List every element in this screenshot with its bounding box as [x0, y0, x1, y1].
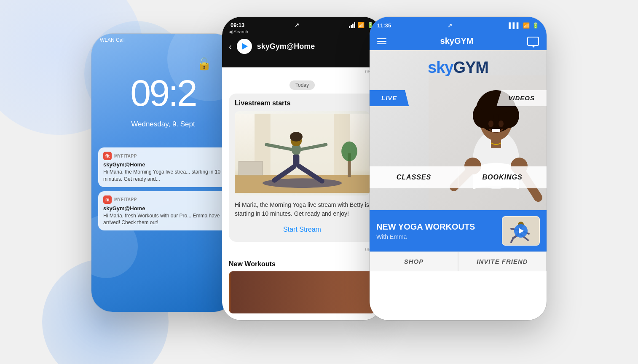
signal-icon: [349, 22, 355, 28]
phones-container: WLAN Call 🔓 09:2 Wednesday, 9. Sept fit …: [0, 0, 638, 364]
notif-2-title: skyGym@Home: [103, 205, 223, 211]
livestream-bubble[interactable]: Livestream starts: [229, 94, 375, 242]
shop-label: SHOP: [404, 258, 424, 265]
phone2-status-bar: 09:13 ↗ 📶 🔋: [222, 17, 382, 28]
bookings-tab[interactable]: BOOKINGS: [458, 166, 547, 188]
phone1-status-bar: WLAN Call: [100, 37, 226, 43]
svg-rect-16: [239, 161, 262, 175]
phone-2-chat: 09:13 ↗ 📶 🔋 ◀ Search ‹: [222, 17, 382, 320]
new-yoga-text: NEW YOGA WORKOUTS With Emma: [376, 222, 502, 240]
play-icon: [242, 43, 248, 50]
phone1-notifications: fit MYFITAPP skyGym@Home Hi Maria, the M…: [98, 147, 228, 230]
invite-friend-button[interactable]: INVITE FRIEND: [458, 252, 547, 271]
top-timestamp: 08:...: [222, 67, 382, 76]
notif-2-header: fit MYFITAPP: [103, 195, 223, 204]
date-label: Today: [290, 80, 315, 90]
phone2-nav: ‹ skyGym@Home: [222, 35, 382, 57]
live-tab-label: LIVE: [381, 94, 397, 102]
notification-2[interactable]: fit MYFITAPP skyGym@Home Hi Maria, fresh…: [98, 191, 228, 231]
messages-button[interactable]: [527, 37, 539, 46]
invite-label: INVITE FRIEND: [477, 258, 528, 265]
svg-rect-28: [492, 129, 500, 132]
phone2-location: ↗: [295, 22, 299, 28]
svg-point-26: [488, 120, 493, 127]
classes-tab[interactable]: CLASSES: [370, 166, 458, 188]
videos-tab-label: VIDEOS: [508, 94, 535, 102]
thumb-play-button[interactable]: [514, 224, 528, 238]
back-button[interactable]: ‹: [229, 42, 232, 51]
skygym-logo: skyGYM: [370, 59, 547, 77]
lock-icon: 🔓: [197, 57, 212, 71]
play-button[interactable]: [237, 39, 252, 54]
phone3-battery-icon: 🔋: [532, 22, 539, 29]
classes-tab-label: CLASSES: [397, 174, 432, 181]
phone-1-lockscreen: WLAN Call 🔓 09:2 Wednesday, 9. Sept fit …: [91, 34, 235, 312]
chat-body: Hi Maria, the Morning Yoga live stream w…: [235, 201, 370, 218]
phone-3-skygym: 11:35 ↗ ▌▌▌ 📶 🔋 skyGYM skyGYM: [370, 17, 547, 320]
svg-point-27: [499, 120, 504, 127]
logo-gym: GYM: [453, 59, 488, 76]
new-yoga-subtitle: With Emma: [376, 233, 502, 240]
phone3-header: skyGYM: [370, 34, 547, 50]
phone3-bottom-nav: SHOP INVITE FRIEND: [370, 252, 547, 271]
logo-sky: sky: [428, 59, 453, 76]
workout-svg: [229, 271, 375, 313]
wifi-icon: 📶: [358, 22, 365, 28]
phone1-time: 09:2: [91, 72, 235, 115]
phone2-content: 08:... Today Livestream starts: [222, 67, 382, 313]
svg-rect-17: [231, 271, 374, 313]
notif-2-body: Hi Maria, fresh Workouts with our Pro...…: [103, 212, 223, 227]
yoga-svg: [235, 111, 370, 195]
new-workouts-title: New Workouts: [222, 255, 382, 271]
phone2-top-bar: 09:13 ↗ 📶 🔋 ◀ Search ‹: [222, 17, 382, 67]
classes-bookings-tabs: CLASSES BOOKINGS: [370, 166, 547, 210]
phone1-wlan-label: WLAN Call: [100, 37, 125, 43]
notif-1-title: skyGym@Home: [103, 161, 223, 168]
menu-line-3: [377, 43, 386, 44]
menu-button[interactable]: [377, 38, 386, 44]
notif-2-app-icon: fit: [103, 195, 112, 204]
notification-1[interactable]: fit MYFITAPP skyGym@Home Hi Maria, the M…: [98, 147, 228, 187]
phone1-date: Wednesday, 9. Sept: [91, 120, 235, 128]
phone3-location-icon: ↗: [448, 22, 452, 29]
new-yoga-section: NEW YOGA WORKOUTS With Emma: [370, 210, 547, 252]
header-app-name: skyGYM: [440, 36, 474, 46]
phone3-time: 11:35: [377, 22, 391, 29]
livestream-title: Livestream starts: [235, 99, 370, 107]
back-arrow-small: ◀: [229, 29, 233, 34]
phone3-status-bar: 11:35 ↗ ▌▌▌ 📶 🔋: [370, 17, 547, 34]
notif-1-body: Hi Maria, the Morning Yoga live strea...…: [103, 169, 223, 183]
phone2-time: 09:13: [231, 22, 244, 28]
new-yoga-title: NEW YOGA WORKOUTS: [376, 222, 502, 232]
svg-rect-29: [491, 138, 501, 148]
hero-section: skyGYM LIVE VIDEOS: [370, 50, 547, 210]
thumb-play-icon: [519, 228, 524, 234]
yoga-image: [235, 111, 370, 195]
channel-name: skyGym@Home: [257, 42, 315, 51]
date-pill: Today: [222, 81, 382, 88]
phone2-back-search[interactable]: ◀ Search: [222, 28, 382, 35]
workout-preview-image: [229, 271, 375, 313]
notif-1-app-label: MYFITAPP: [114, 154, 137, 158]
menu-line-2: [377, 41, 386, 42]
svg-point-15: [341, 142, 357, 161]
videos-tab[interactable]: VIDEOS: [496, 90, 547, 106]
svg-point-8: [290, 132, 303, 142]
bookings-tab-label: BOOKINGS: [482, 174, 522, 181]
phone3-wifi-icon: 📶: [523, 22, 530, 29]
phone3-signal-icon: ▌▌▌: [509, 22, 520, 29]
notif-1-header: fit MYFITAPP: [103, 152, 223, 160]
yoga-video-thumbnail[interactable]: [502, 216, 540, 246]
shop-button[interactable]: SHOP: [370, 252, 458, 271]
live-tab[interactable]: LIVE: [370, 90, 409, 106]
search-label: Search: [233, 29, 248, 34]
phone2-signal-area: 📶 🔋: [349, 22, 374, 28]
notif-2-app-label: MYFITAPP: [114, 197, 137, 202]
start-stream-button[interactable]: Start Stream: [235, 223, 370, 236]
notif-1-app-icon: fit: [103, 152, 112, 160]
bubble-timestamp: 08:...: [222, 247, 382, 255]
phone3-signal: ▌▌▌ 📶 🔋: [509, 22, 539, 29]
live-videos-bar: LIVE VIDEOS: [370, 90, 547, 106]
menu-line-1: [377, 38, 386, 39]
